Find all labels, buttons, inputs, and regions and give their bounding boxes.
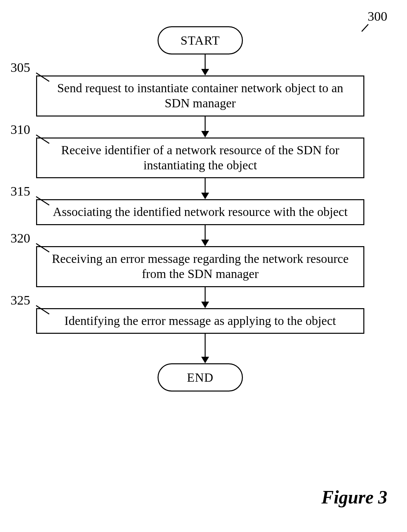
lead-line-icon <box>35 196 50 206</box>
step-text: Associating the identified network resou… <box>53 205 348 219</box>
process-box: Receive identifier of a network resource… <box>36 138 364 179</box>
svg-marker-11 <box>201 240 209 246</box>
svg-line-3 <box>36 73 49 81</box>
svg-line-9 <box>36 197 49 205</box>
step-310: 310 Receive identifier of a network reso… <box>20 138 381 179</box>
process-box: Receiving an error message regarding the… <box>36 246 364 287</box>
step-ref: 305 <box>11 60 30 75</box>
end-label: END <box>187 370 213 385</box>
step-ref: 315 <box>11 183 30 199</box>
svg-marker-14 <box>201 302 209 308</box>
step-320: 320 Receiving an error message regarding… <box>20 246 381 287</box>
svg-line-12 <box>36 244 49 252</box>
step-305: 305 Send request to instantiate containe… <box>20 75 381 117</box>
process-box: Associating the identified network resou… <box>36 199 364 225</box>
lead-line-icon <box>35 243 50 253</box>
figure-reference-number: 300 <box>368 9 387 24</box>
start-terminator: START <box>158 26 243 54</box>
step-text: Receiving an error message regarding the… <box>52 252 349 281</box>
step-ref: 320 <box>11 230 30 246</box>
flowchart-figure: 300 START 305 Send request to instantiat… <box>0 0 407 532</box>
step-ref: 310 <box>11 122 30 137</box>
svg-marker-5 <box>201 131 209 138</box>
step-ref: 325 <box>11 292 30 308</box>
svg-marker-8 <box>201 193 209 199</box>
step-325: 325 Identifying the error message as app… <box>20 308 381 334</box>
svg-marker-17 <box>201 357 209 363</box>
process-box: Identifying the error message as applyin… <box>36 308 364 334</box>
process-box: Send request to instantiate container ne… <box>36 75 364 117</box>
lead-line-icon <box>35 72 50 82</box>
svg-line-15 <box>36 306 49 314</box>
figure-caption: Figure 3 <box>321 487 387 508</box>
svg-line-6 <box>36 135 49 143</box>
svg-marker-2 <box>201 69 209 75</box>
step-text: Send request to instantiate container ne… <box>57 81 343 110</box>
step-315: 315 Associating the identified network r… <box>20 199 381 225</box>
step-text: Identifying the error message as applyin… <box>64 314 336 328</box>
step-text: Receive identifier of a network resource… <box>61 143 339 172</box>
lead-line-icon <box>35 305 50 315</box>
start-label: START <box>181 33 220 48</box>
figure-reference: 300 <box>368 9 387 24</box>
flowchart: START 305 Send request to instantiate co… <box>20 26 381 392</box>
lead-line-icon <box>35 134 50 144</box>
end-terminator: END <box>158 363 243 392</box>
